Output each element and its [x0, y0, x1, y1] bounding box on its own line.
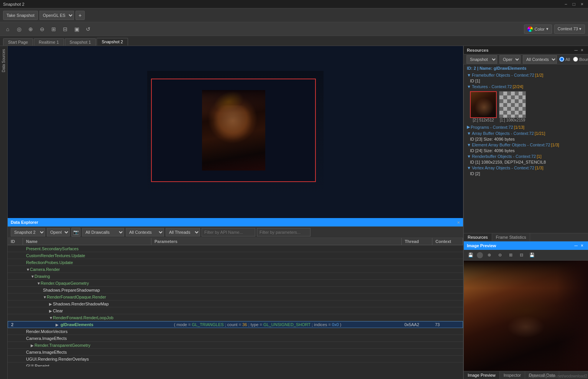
table-row[interactable]: ReflectionProbes.Update [8, 259, 463, 266]
table-row[interactable]: ▼RenderForward.RenderLoopJob [8, 314, 463, 321]
tab-snapshot-2[interactable]: Snapshot 2 [97, 38, 128, 46]
minimize-button[interactable]: − [563, 2, 569, 7]
td-params [151, 338, 402, 339]
td-name: ▶Shadows.RenderShadowMap [23, 301, 167, 307]
bound-radio-label[interactable]: Bound [573, 57, 588, 62]
td-thread [402, 290, 432, 290]
texture-thumb-1[interactable]: [2:] 512x512 [470, 91, 497, 122]
td-params [163, 297, 402, 297]
color-dropdown-icon: ▾ [546, 26, 549, 31]
ip-zoom-fit-icon-btn[interactable]: ⊞ [506, 251, 515, 260]
image-preview-tab[interactable]: Image Preview [464, 371, 500, 379]
resources-snapshot-select[interactable]: Snapshot 2 [466, 55, 497, 64]
resources-opengl-select[interactable]: OpenGL [499, 55, 521, 64]
table-row[interactable]: Camera.ImageEffects [8, 349, 463, 356]
de-drawcalls-select[interactable]: All Drawcalls [82, 228, 124, 236]
renderbuffer-section-header[interactable]: ▼ Renderbuffer Objects - Context:72 [1] [464, 153, 588, 159]
renderbuffer-expand-icon: ▼ [467, 154, 471, 159]
refresh-icon-btn[interactable]: ↺ [84, 25, 93, 34]
inspector-tab[interactable]: Inspector [500, 371, 525, 379]
ip-circle-icon-btn[interactable] [477, 252, 483, 258]
table-row[interactable]: ▼Render.OpaqueGeometry [8, 280, 463, 287]
opengl-select[interactable]: OpenGL ES [39, 11, 74, 20]
take-snapshot-button[interactable]: Take Snapshot [3, 11, 38, 20]
square-icon-btn[interactable]: ▣ [72, 25, 81, 34]
ip-zoom-in-icon-btn[interactable]: ⊕ [485, 251, 494, 260]
fit-icon-btn[interactable]: ⊞ [49, 25, 58, 34]
gldrawelements-row[interactable]: 2 ▶ glDrawElements ( mode = GL_TRIANGLES… [8, 321, 463, 328]
ip-save-icon-btn[interactable]: 💾 [466, 251, 475, 260]
color-button[interactable]: Color ▾ [524, 25, 552, 34]
close-button[interactable]: × [579, 2, 585, 7]
grid-icon-btn[interactable]: ⊟ [61, 25, 70, 34]
ip-grid-icon-btn[interactable]: ⊟ [517, 251, 526, 260]
top-bar: Snapshot 2 − □ × [0, 0, 588, 8]
bound-radio[interactable] [573, 57, 578, 62]
th-context: Context [432, 238, 463, 245]
texture-thumb-2[interactable]: [1:] 1080x2159 [499, 91, 526, 122]
de-filter-params-input[interactable] [257, 228, 310, 236]
td-context [432, 317, 463, 318]
ip-save2-icon-btn[interactable]: 💾 [527, 251, 537, 260]
element-array-section-header[interactable]: ▼ Element Array Buffer Objects - Context… [464, 142, 588, 148]
table-row[interactable]: ▶Shadows.RenderShadowMap [8, 300, 463, 307]
image-preview-close-button[interactable]: × [579, 243, 585, 248]
table-row[interactable]: Shadows.PrepareShadowmap [8, 287, 463, 294]
framebuffer-section-header[interactable]: ▼ Framebuffer Objects - Context:72 [1/2] [464, 72, 588, 78]
td-context [432, 248, 463, 249]
zoom-in-icon-btn[interactable]: ⊕ [26, 25, 35, 34]
table-row[interactable]: Render.MotionVectors [8, 328, 463, 335]
tab-snapshot-1[interactable]: Snapshot 1 [65, 38, 96, 46]
table-row[interactable]: ▼Camera.Render [8, 266, 463, 273]
expand-icon: ▼ [43, 295, 47, 299]
all-radio[interactable] [559, 57, 564, 62]
programs-section-header[interactable]: ▶ Programs - Context:72 [1/13] [464, 124, 588, 130]
resources-close-button[interactable]: × [579, 48, 585, 53]
de-filter-api-input[interactable] [202, 228, 255, 236]
array-buffer-section-header[interactable]: ▼ Array Buffer Objects - Context:72 [1/2… [464, 130, 588, 136]
home-icon-btn[interactable]: ⌂ [3, 25, 12, 34]
resources-tab[interactable]: Resources [464, 233, 492, 241]
table-row[interactable]: ▼Drawing [8, 273, 463, 280]
td-name: ReflectionProbes.Update [23, 260, 151, 265]
image-preview-minimize-button[interactable]: ─ [573, 243, 579, 248]
de-camera-icon-btn[interactable]: 📷 [71, 228, 80, 237]
td-id [8, 317, 23, 318]
table-row[interactable]: Present.SecondarySurfaces [8, 245, 463, 252]
table-body: Present.SecondarySurfaces CustomRenderTe… [8, 245, 463, 366]
table-row[interactable]: UGUI.Rendering.RenderOverlays [8, 356, 463, 363]
vertex-array-section-header[interactable]: ▼ Vertex Array Objects - Context:72 [1/3… [464, 165, 588, 171]
td-id: 2 [8, 322, 23, 327]
table-row[interactable]: ▼RenderForwardOpaque.Render [8, 294, 463, 300]
context-button[interactable]: Context 73 ▾ [554, 25, 585, 34]
de-all-contexts-select[interactable]: All Contexts [126, 228, 164, 236]
de-all-threads-select[interactable]: All Threads [166, 228, 200, 236]
resources-minimize-button[interactable]: ─ [573, 48, 579, 53]
ip-zoom-out-icon-btn[interactable]: ⊖ [495, 251, 504, 260]
preview-section [8, 46, 463, 218]
gldrawelements-name: glDrawElements [61, 322, 94, 327]
de-opengl-select[interactable]: OpenGL [47, 228, 70, 236]
frame-statistics-tab[interactable]: Frame Statistics [492, 233, 531, 241]
zoom-out-icon-btn[interactable]: ⊖ [38, 25, 47, 34]
renderbuffer-id-item: ID [1] 1080x2159, DEPTH24_STENCIL8 [470, 159, 588, 165]
main-toolbar: Take Snapshot OpenGL ES + [0, 8, 588, 22]
textures-section-header[interactable]: ▼ Textures - Context:72 [2/24] [464, 84, 588, 90]
td-thread [402, 366, 432, 366]
maximize-button[interactable]: □ [571, 2, 577, 7]
table-row[interactable]: ▶Render.TransparentGeometry [8, 342, 463, 349]
table-row[interactable]: ▶Clear [8, 307, 463, 314]
resources-contexts-select[interactable]: All Contexts [523, 55, 557, 64]
tab-start-page[interactable]: Start Page [3, 38, 33, 46]
table-row[interactable]: GUI.Repaint [8, 363, 463, 366]
de-snapshot-select[interactable]: Snapshot 2 [11, 228, 45, 236]
all-radio-label[interactable]: All [559, 57, 570, 62]
data-explorer-close-button[interactable]: × [457, 220, 460, 225]
table-row[interactable]: Camera.ImageEffects [8, 335, 463, 342]
add-tab-button[interactable]: + [76, 11, 85, 20]
tab-realtime-1[interactable]: Realtime 1 [34, 38, 64, 46]
target-icon-btn[interactable]: ◎ [15, 25, 24, 34]
td-id [8, 345, 23, 346]
table-row[interactable]: CustomRenderTextures.Update [8, 252, 463, 259]
td-name: Camera.ImageEffects [23, 336, 151, 341]
